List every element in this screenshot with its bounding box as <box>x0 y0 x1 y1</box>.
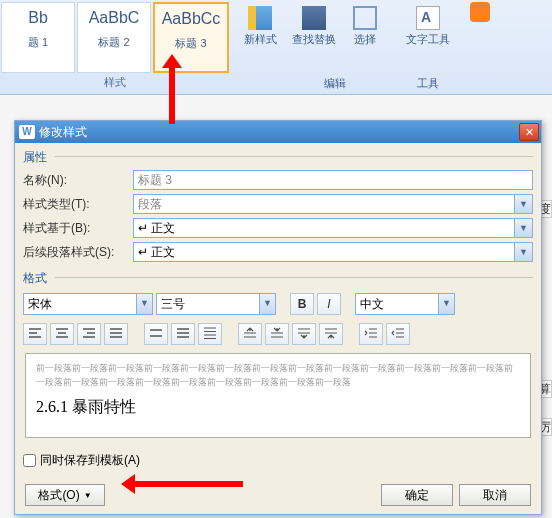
close-button[interactable]: ✕ <box>519 123 539 141</box>
section-attributes: 属性 <box>15 143 541 168</box>
text-tool-button[interactable]: 文字工具 <box>404 4 452 47</box>
save-to-template-label: 同时保存到模板(A) <box>40 452 140 469</box>
new-style-button[interactable]: 新样式 <box>240 4 280 47</box>
basedon-label: 样式基于(B): <box>23 220 133 237</box>
space-after-increase-button[interactable] <box>292 323 316 345</box>
language-select[interactable]: 中文▼ <box>355 293 455 315</box>
chevron-down-icon[interactable]: ▼ <box>515 218 533 238</box>
section-format: 格式 <box>15 264 541 289</box>
space-before-increase-button[interactable] <box>238 323 262 345</box>
line-spacing-15-button[interactable] <box>171 323 195 345</box>
format-toolbar-row1: 宋体▼ 三号▼ B I 中文▼ <box>15 289 541 319</box>
line-spacing-2-button[interactable] <box>198 323 222 345</box>
ribbon: Bb 题 1 AaBbC 标题 2 AaBbCc 标题 3 样式 新样式 查找替… <box>0 0 552 95</box>
space-after-decrease-button[interactable] <box>319 323 343 345</box>
followstyle-label: 后续段落样式(S): <box>23 244 133 261</box>
chevron-down-icon: ▼ <box>84 491 92 500</box>
italic-button[interactable]: I <box>317 293 341 315</box>
styletype-select[interactable]: 段落 <box>133 194 515 214</box>
annotation-arrow-left <box>121 474 251 494</box>
text-tool-icon <box>416 6 440 30</box>
save-to-template-checkbox[interactable] <box>23 454 36 467</box>
chevron-down-icon[interactable]: ▼ <box>438 294 454 314</box>
styles-gallery: Bb 题 1 AaBbC 标题 2 AaBbCc 标题 3 <box>0 0 230 75</box>
align-right-button[interactable] <box>77 323 101 345</box>
basedon-select[interactable]: ↵ 正文 <box>133 218 515 238</box>
find-replace-button[interactable]: 查找替换 <box>290 4 338 47</box>
blog-icon[interactable] <box>470 2 490 22</box>
line-spacing-1-button[interactable] <box>144 323 168 345</box>
name-input[interactable]: 标题 3 <box>133 170 533 190</box>
binoculars-icon <box>302 6 326 30</box>
cancel-button[interactable]: 取消 <box>459 484 531 506</box>
style-item-heading1[interactable]: Bb 题 1 <box>1 2 75 73</box>
styletype-label: 样式类型(T): <box>23 196 133 213</box>
dialog-bottom-row: 格式(O)▼ 确定 取消 <box>15 484 541 506</box>
format-menu-button[interactable]: 格式(O)▼ <box>25 484 105 506</box>
tool-group-label: 工具 <box>404 76 452 91</box>
preview-heading: 2.6.1 暴雨特性 <box>36 397 520 418</box>
select-button[interactable]: 选择 <box>348 4 382 47</box>
font-select[interactable]: 宋体▼ <box>23 293 153 315</box>
chevron-down-icon[interactable]: ▼ <box>136 294 152 314</box>
dialog-title: 修改样式 <box>39 124 87 141</box>
name-label: 名称(N): <box>23 172 133 189</box>
space-before-decrease-button[interactable] <box>265 323 289 345</box>
modify-style-dialog: W 修改样式 ✕ 属性 名称(N): 标题 3 样式类型(T): 段落 ▼ 样式… <box>14 120 542 515</box>
align-center-button[interactable] <box>50 323 74 345</box>
format-toolbar-row2 <box>15 319 541 349</box>
new-style-icon <box>248 6 272 30</box>
chevron-down-icon[interactable]: ▼ <box>515 242 533 262</box>
preview-filler-text: 前一段落前一段落前一段落前一段落前一段落前一段落前一段落前一段落前一段落前一段落… <box>36 362 520 389</box>
align-justify-button[interactable] <box>104 323 128 345</box>
bold-button[interactable]: B <box>290 293 314 315</box>
followstyle-select[interactable]: ↵ 正文 <box>133 242 515 262</box>
styles-group-label: 样式 <box>0 75 230 90</box>
style-item-heading3[interactable]: AaBbCc 标题 3 <box>153 2 229 73</box>
align-left-button[interactable] <box>23 323 47 345</box>
dialog-titlebar[interactable]: W 修改样式 ✕ <box>15 121 541 143</box>
indent-increase-button[interactable] <box>386 323 410 345</box>
preview-pane: 前一段落前一段落前一段落前一段落前一段落前一段落前一段落前一段落前一段落前一段落… <box>25 353 531 438</box>
indent-decrease-button[interactable] <box>359 323 383 345</box>
chevron-down-icon[interactable]: ▼ <box>259 294 275 314</box>
ok-button[interactable]: 确定 <box>381 484 453 506</box>
size-select[interactable]: 三号▼ <box>156 293 276 315</box>
app-logo-icon: W <box>19 125 35 139</box>
chevron-down-icon[interactable]: ▼ <box>515 194 533 214</box>
cursor-icon <box>353 6 377 30</box>
edit-group-label: 编辑 <box>290 76 380 91</box>
style-item-heading2[interactable]: AaBbC 标题 2 <box>77 2 151 73</box>
